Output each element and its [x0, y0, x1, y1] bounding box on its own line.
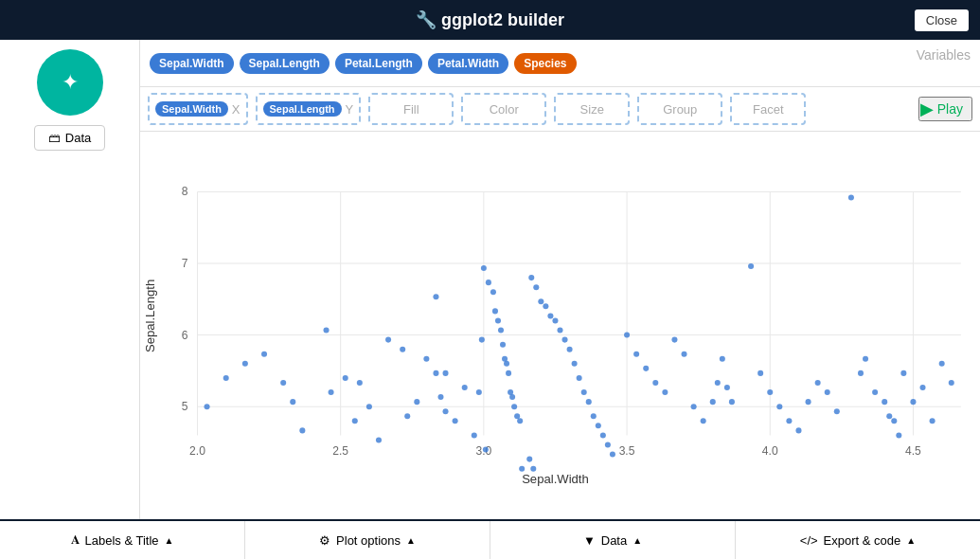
wrench-icon: 🔧	[416, 10, 437, 29]
svg-point-67	[443, 370, 449, 376]
svg-text:6: 6	[182, 329, 188, 342]
svg-point-33	[376, 437, 382, 442]
code-icon: </>	[800, 533, 818, 548]
close-button[interactable]: Close	[915, 9, 969, 31]
x-axis-zone[interactable]: Sepal.Width X	[148, 93, 248, 125]
svg-point-26	[280, 380, 286, 386]
svg-point-58	[509, 394, 515, 400]
x-axis-label: X	[232, 102, 241, 117]
svg-point-109	[815, 380, 821, 386]
svg-point-75	[562, 337, 568, 343]
play-button[interactable]: ▶ Play	[918, 97, 972, 121]
tag-species[interactable]: Species	[514, 53, 576, 74]
svg-point-116	[882, 399, 887, 405]
svg-point-49	[490, 289, 496, 295]
svg-point-29	[329, 389, 334, 395]
svg-text:5: 5	[182, 400, 188, 413]
header-bar: 🔧 ggplot2 builder Close	[0, 0, 980, 40]
labels-title-button[interactable]: 𝐀 Labels & Title ▲	[0, 521, 245, 559]
svg-point-71	[543, 303, 548, 309]
svg-text:4.5: 4.5	[905, 444, 921, 458]
svg-point-69	[533, 284, 539, 290]
scatter-plot: 8 7 6 5 2.0 2.5 3.0 3.5 4.0 4.5 Sepal.Wi…	[140, 132, 980, 519]
y-axis-zone[interactable]: Sepal.Length Y	[256, 93, 362, 125]
data-filter-button[interactable]: ▼ Data ▲	[490, 521, 736, 559]
tag-sepal-length[interactable]: Sepal.Length	[240, 53, 330, 74]
y-tag[interactable]: Sepal.Length	[263, 101, 342, 117]
x-tag[interactable]: Sepal.Width	[155, 101, 228, 117]
svg-point-99	[720, 356, 725, 362]
svg-point-56	[506, 370, 511, 376]
svg-point-73	[552, 317, 558, 323]
svg-point-119	[896, 432, 901, 438]
color-zone[interactable]: Color	[461, 93, 546, 125]
svg-point-51	[495, 317, 501, 323]
svg-point-61	[517, 418, 523, 424]
size-zone[interactable]: Size	[554, 93, 630, 125]
svg-point-84	[605, 442, 611, 447]
svg-point-87	[530, 466, 536, 472]
group-zone[interactable]: Group	[637, 93, 722, 125]
svg-point-68	[528, 275, 534, 280]
svg-point-30	[343, 375, 348, 381]
tag-petal-length[interactable]: Petal.Length	[335, 53, 422, 74]
svg-text:7: 7	[182, 257, 188, 270]
svg-point-112	[848, 194, 854, 200]
svg-text:3.5: 3.5	[619, 444, 635, 458]
svg-text:2.0: 2.0	[189, 444, 205, 458]
variables-label: Variables	[917, 47, 971, 63]
svg-point-110	[825, 389, 830, 395]
svg-point-80	[586, 399, 592, 405]
app-container: 🔧 ggplot2 builder Close ✦ 🗃 Data Sepal.W…	[0, 0, 980, 559]
svg-point-118	[891, 418, 897, 424]
tag-sepal-width[interactable]: Sepal.Width	[150, 53, 234, 74]
logo-icon: ✦	[62, 70, 79, 95]
export-code-button[interactable]: </> Export & code ▲	[736, 521, 980, 559]
svg-point-79	[581, 389, 587, 395]
tag-petal-width[interactable]: Petal.Width	[428, 53, 508, 74]
svg-point-89	[633, 352, 639, 357]
svg-point-59	[511, 404, 517, 409]
svg-point-72	[547, 313, 553, 318]
svg-text:Sepal.Length: Sepal.Length	[143, 280, 157, 352]
facet-zone[interactable]: Facet	[730, 93, 806, 125]
svg-point-96	[701, 418, 706, 424]
svg-point-107	[795, 427, 801, 433]
svg-point-111	[834, 408, 840, 414]
svg-point-102	[748, 263, 754, 269]
svg-point-23	[223, 375, 229, 381]
play-icon: ▶	[920, 99, 934, 119]
svg-point-82	[596, 423, 601, 428]
filter-icon: ▼	[583, 533, 596, 548]
data-button[interactable]: 🗃 Data	[34, 125, 105, 151]
logo-circle: ✦	[37, 49, 103, 116]
svg-point-64	[483, 447, 489, 453]
y-axis-label: Y	[346, 102, 354, 117]
svg-point-86	[526, 457, 532, 462]
main-area: ✦ 🗃 Data Sepal.Width Sepal.Length Petal.…	[0, 40, 980, 519]
svg-point-93	[671, 337, 677, 343]
svg-point-95	[691, 404, 697, 409]
svg-point-66	[433, 294, 438, 299]
svg-point-28	[299, 427, 305, 433]
svg-point-39	[414, 399, 419, 405]
svg-point-101	[729, 399, 735, 405]
svg-text:8: 8	[182, 185, 188, 198]
svg-text:Sepal.Width: Sepal.Width	[522, 472, 589, 486]
svg-point-92	[662, 389, 668, 395]
svg-point-60	[514, 413, 520, 419]
svg-text:2.5: 2.5	[332, 444, 348, 458]
svg-point-65	[519, 466, 525, 472]
svg-point-43	[443, 408, 449, 414]
plot-options-arrow-icon: ▲	[406, 535, 416, 546]
svg-point-83	[600, 432, 606, 438]
data-arrow-icon: ▲	[633, 535, 642, 546]
svg-point-113	[858, 370, 864, 376]
plot-options-button[interactable]: ⚙ Plot options ▲	[245, 521, 490, 559]
fill-zone[interactable]: Fill	[368, 93, 454, 125]
svg-point-40	[423, 356, 429, 362]
svg-point-42	[437, 394, 443, 400]
svg-point-45	[462, 385, 468, 390]
svg-point-94	[682, 352, 687, 357]
variables-row: Sepal.Width Sepal.Length Petal.Length Pe…	[140, 40, 980, 87]
